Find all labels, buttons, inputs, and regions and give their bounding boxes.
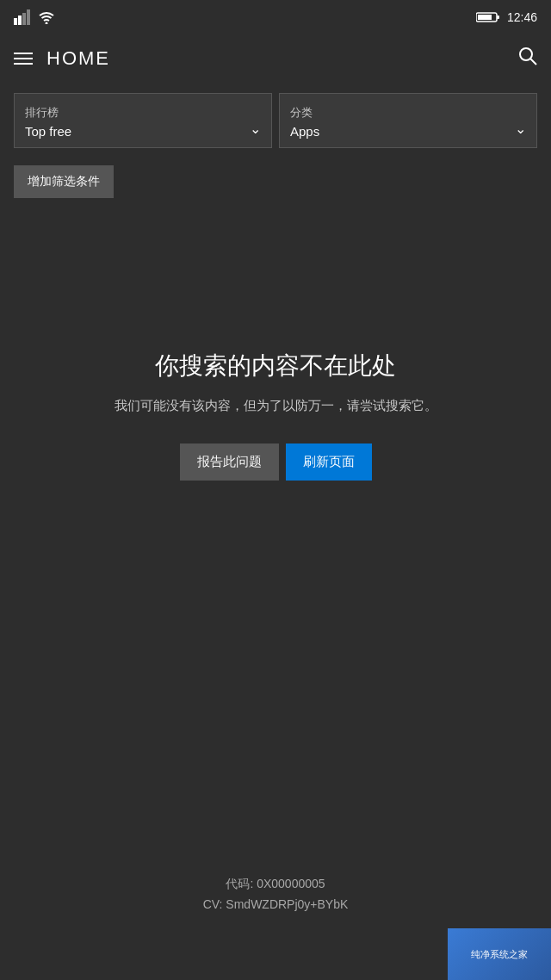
- add-filter-button[interactable]: 增加筛选条件: [14, 165, 114, 198]
- ranking-chevron-icon: ⌄: [250, 121, 261, 137]
- error-description: 我们可能没有该内容，但为了以防万一，请尝试搜索它。: [115, 396, 437, 416]
- hamburger-line-1: [14, 53, 33, 54]
- wifi-icon: [38, 10, 55, 24]
- error-state: 你搜索的内容不在此处 我们可能没有该内容，但为了以防万一，请尝试搜索它。 报告此…: [0, 315, 551, 515]
- category-value: Apps: [290, 124, 319, 139]
- filter-section: 增加筛选条件: [0, 158, 551, 212]
- svg-point-8: [520, 48, 532, 60]
- hamburger-button[interactable]: [14, 53, 33, 65]
- svg-line-9: [530, 59, 536, 65]
- clock: 12:46: [507, 10, 537, 24]
- refresh-button[interactable]: 刷新页面: [286, 443, 372, 481]
- ranking-label: 排行榜: [25, 105, 71, 121]
- page-title: HOME: [46, 47, 110, 70]
- category-dropdown[interactable]: 分类 Apps ⌄: [279, 93, 537, 148]
- top-nav: HOME: [0, 34, 551, 83]
- status-icons-left: [14, 9, 55, 25]
- signal-icon: [14, 9, 31, 25]
- svg-rect-0: [14, 18, 17, 25]
- category-label: 分类: [290, 105, 319, 121]
- nav-left: HOME: [14, 47, 110, 70]
- footer: 代码: 0X00000005 CV: SmdWZDRPj0y+BYbK: [0, 877, 551, 911]
- svg-rect-6: [497, 16, 499, 19]
- status-icons-right: 12:46: [476, 10, 537, 24]
- action-buttons: 报告此问题 刷新页面: [180, 443, 372, 481]
- ranking-dropdown-content: 排行榜 Top free: [25, 105, 71, 139]
- svg-rect-7: [478, 15, 492, 20]
- cv-code: CV: SmdWZDRPj0y+BYbK: [0, 897, 551, 911]
- ranking-dropdown[interactable]: 排行榜 Top free ⌄: [14, 93, 272, 148]
- hamburger-line-3: [14, 63, 33, 65]
- svg-rect-3: [27, 9, 30, 25]
- svg-rect-2: [22, 13, 26, 25]
- error-code: 代码: 0X00000005: [0, 877, 551, 892]
- battery-icon: [476, 11, 500, 23]
- svg-rect-1: [18, 16, 22, 25]
- watermark: 纯净系统之家: [448, 928, 551, 980]
- search-icon: [518, 47, 537, 65]
- dropdowns-row: 排行榜 Top free ⌄ 分类 Apps ⌄: [0, 83, 551, 158]
- error-title: 你搜索的内容不在此处: [155, 350, 396, 382]
- report-button[interactable]: 报告此问题: [180, 443, 279, 481]
- status-bar: 12:46: [0, 0, 551, 34]
- svg-point-4: [46, 22, 48, 25]
- search-button[interactable]: [518, 47, 537, 71]
- category-dropdown-content: 分类 Apps: [290, 105, 319, 139]
- watermark-text: 纯净系统之家: [471, 948, 528, 961]
- category-chevron-icon: ⌄: [515, 121, 526, 137]
- ranking-value: Top free: [25, 124, 71, 139]
- hamburger-line-2: [14, 58, 33, 59]
